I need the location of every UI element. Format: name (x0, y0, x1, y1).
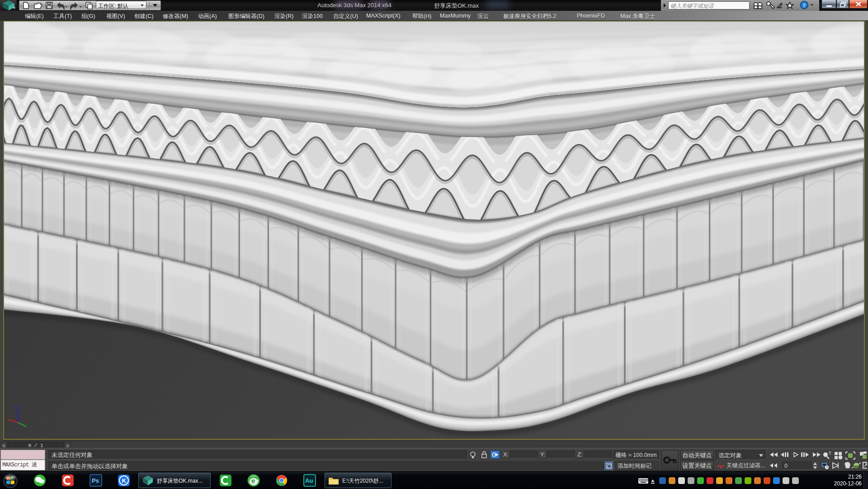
svg-text:±: ± (829, 450, 831, 455)
svg-text:K: K (122, 477, 127, 484)
svg-text:?: ? (803, 2, 806, 9)
svg-text:Ps: Ps (92, 477, 99, 484)
svg-text:e: e (251, 477, 255, 484)
svg-text:z: z (15, 404, 18, 409)
svg-text:Au: Au (305, 477, 313, 484)
